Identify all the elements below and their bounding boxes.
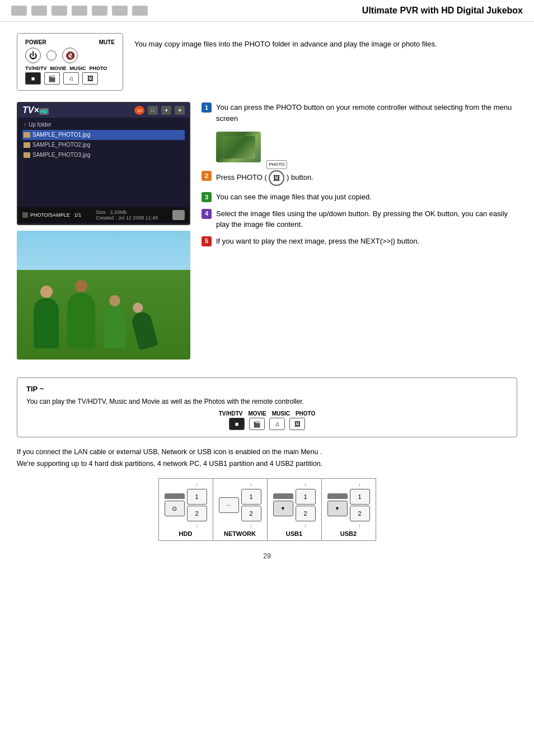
usb1-1: 1 [296, 489, 316, 505]
remote-mode-buttons: ■ 🎬 ♫ 🖼 [25, 72, 115, 85]
hdd-sub: ↑ 1 2 ↓ [187, 482, 207, 528]
up-folder-label: Up folder [29, 120, 51, 129]
file-name-1: SAMPLE_PHOTO1.jpg [32, 130, 90, 139]
header-dot-5 [92, 6, 107, 16]
file-item-3[interactable]: SAMPLE_PHOTO3.jpg [22, 150, 185, 160]
footer-size: Size : 3.20Mb [96, 209, 158, 215]
remote-control: POWER MUTE ⏻ 🔇 TV/HDTV MOVIE MUSIC PHOTO… [17, 33, 123, 91]
step-5: 5 If you want to play the next image, pr… [202, 236, 517, 247]
network-group: ··· ↑ 1 2 ↓ NETWORK [213, 478, 267, 541]
file-icon-3 [24, 152, 30, 158]
file-icon-2 [24, 142, 30, 148]
header-dot-7 [132, 6, 148, 16]
header-dot-1 [11, 6, 27, 16]
file-icon-1 [24, 132, 30, 138]
photo-label-top: PHOTO [266, 160, 287, 169]
sky-bg [17, 231, 190, 270]
tip-tv-btn[interactable]: ■ [229, 418, 245, 430]
bottom-info: If you connect the LAN cable or external… [17, 446, 517, 470]
usb1-top [273, 493, 293, 499]
usb2-partitions: ▼ ↑ 1 2 ↓ [327, 482, 370, 528]
tv-mode-button[interactable]: ■ [25, 72, 41, 85]
disk-diagram: ⊙ ↑ 1 2 ↓ HDD ··· ↑ 1 2 [17, 478, 517, 541]
remote-mode-labels: TV/HDTV MOVIE MUSIC PHOTO [25, 66, 115, 71]
tip-music-label: MUSIC [272, 410, 290, 417]
network-slot: ··· [219, 497, 239, 513]
usb1-label: USB1 [286, 530, 302, 537]
movie-mode-button[interactable]: 🎬 [44, 72, 60, 85]
header-dots [0, 6, 148, 16]
usb2-label: USB2 [340, 530, 357, 537]
usb2-main: ▼ [327, 493, 348, 516]
tip-movie-btn[interactable]: 🎬 [249, 418, 265, 430]
step-4-text: Select the image files using the up/down… [216, 208, 517, 230]
intro-text: You may copy image files into the PHOTO … [134, 33, 517, 91]
instructions-panel: 1 You can press the PHOTO button on your… [202, 102, 517, 368]
screen-icons: 10 □ ▾ ▾ [134, 106, 185, 115]
music-mode-button[interactable]: ♫ [63, 72, 79, 85]
header-dot-2 [31, 6, 47, 16]
player-2-head [75, 280, 87, 292]
step-4: 4 Select the image files using the up/do… [202, 208, 517, 230]
tip-music-btn[interactable]: ♫ [269, 418, 285, 430]
footer-page: 1/1 [74, 212, 82, 218]
tip-labels: TV/HDTV MOVIE MUSIC PHOTO [219, 410, 316, 417]
usb2-2: 2 [350, 506, 370, 521]
usb1-main: ▼ [273, 493, 293, 516]
tip-photo-btn[interactable]: 🖼 [289, 418, 305, 430]
hdd-2: 2 [187, 506, 207, 521]
tip-text: You can play the TV/HDTV, Music and Movi… [26, 396, 508, 407]
player-4-head [132, 302, 144, 314]
movie-label: MOVIE [50, 66, 67, 71]
screen-icon-sq: □ [148, 106, 158, 115]
photo-thumbnail [216, 132, 261, 162]
screen-icon-tri2: ▾ [175, 106, 185, 115]
remote-power-label: POWER [25, 39, 46, 45]
net-1: 1 [241, 489, 261, 505]
network-label: NETWORK [224, 530, 256, 537]
step-5-text: If you want to play the next image, pres… [216, 236, 419, 247]
hdd-arrow-down: ↓ [195, 522, 198, 528]
file-item-2[interactable]: SAMPLE_PHOTO2.jpg [22, 140, 185, 150]
empty-button [46, 50, 57, 60]
step-2-text: Press PHOTO ( PHOTO 🖼 ) button. [216, 170, 313, 186]
tip-box: TIP ~ You can play the TV/HDTV, Music an… [17, 377, 517, 437]
mute-button[interactable]: 🔇 [62, 48, 78, 63]
tip-movie-label: MOVIE [248, 410, 266, 417]
screen-footer-right: Size : 3.20Mb Created : Jul 12 2008 11:4… [96, 209, 158, 221]
screen-icon-tri1: ▾ [161, 106, 171, 115]
photo-button-inline: PHOTO 🖼 [269, 170, 284, 186]
hdd-arrow-up: ↑ [195, 482, 198, 488]
step-badge-4: 4 [202, 209, 212, 219]
usb2-arrow-up: ↑ [358, 482, 361, 488]
header-dot-6 [112, 6, 128, 16]
usb2-1: 1 [350, 489, 370, 505]
net-2: 2 [241, 506, 261, 521]
file-item-1[interactable]: SAMPLE_PHOTO1.jpg [22, 130, 185, 140]
header-dot-4 [72, 6, 87, 16]
player-1 [34, 298, 59, 348]
players-area [34, 292, 154, 348]
left-panel: TV×HD 10 □ ▾ ▾ ↑ Up folder [17, 102, 190, 368]
hdd-top-icon [165, 493, 185, 499]
net-arrow-up: ↑ [250, 482, 252, 488]
photo-label: PHOTO [90, 66, 107, 71]
hdd-label: HDD [179, 530, 193, 537]
photo-btn-close: ) button. [287, 173, 313, 181]
hdd-group: ⊙ ↑ 1 2 ↓ HDD [158, 478, 213, 541]
step-3: 3 You can see the image files that you j… [202, 192, 517, 203]
screen-footer-left: PHOTO/SAMPLE 1/1 [22, 212, 81, 218]
usb2-sub: ↑ 1 2 ↓ [350, 482, 370, 528]
press-photo-text: Press PHOTO ( [216, 173, 267, 181]
photo-mode-button[interactable]: 🖼 [82, 72, 98, 85]
screen-header: TV×HD 10 □ ▾ ▾ [18, 103, 189, 118]
soccer-image [17, 231, 190, 360]
screen-logo: TV×HD [22, 105, 49, 115]
top-section: POWER MUTE ⏻ 🔇 TV/HDTV MOVIE MUSIC PHOTO… [17, 33, 517, 91]
file-name-2: SAMPLE_PHOTO2.jpg [32, 141, 90, 150]
file-name-3: SAMPLE_PHOTO3.jpg [32, 151, 90, 160]
usb2-slot: ▼ [327, 501, 348, 516]
usb2-group: ▼ ↑ 1 2 ↓ USB2 [321, 478, 376, 541]
footer-sq-icon [22, 212, 28, 218]
power-button[interactable]: ⏻ [25, 48, 41, 63]
